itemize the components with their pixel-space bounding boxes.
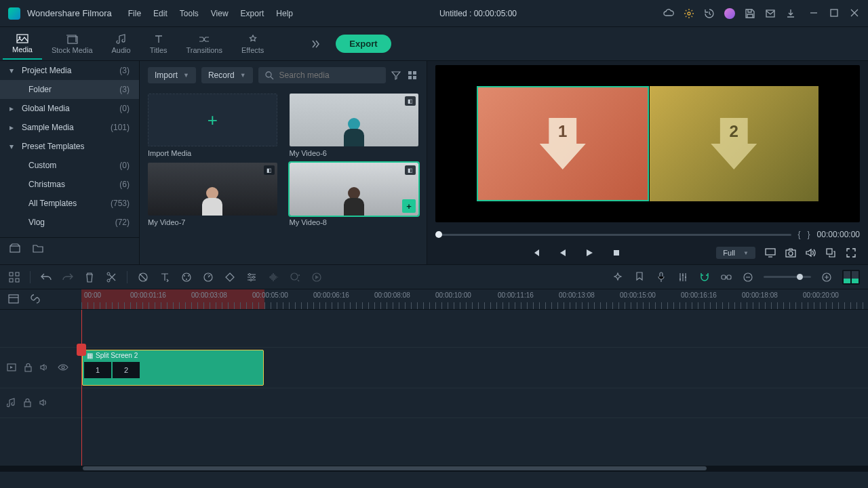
import-media-tile[interactable]: + Import Media <box>148 94 277 157</box>
audio-waveform-icon[interactable] <box>267 271 279 283</box>
history-icon[interactable] <box>704 8 715 19</box>
zoom-slider[interactable] <box>764 276 811 278</box>
crop-icon[interactable] <box>137 271 149 283</box>
record-dropdown[interactable]: Record▼ <box>201 67 253 83</box>
split-drop-zone-2[interactable]: 2 <box>650 86 819 201</box>
timeline-tracks[interactable]: ▦Split Screen 2 1 2 <box>0 310 868 466</box>
sidebar-item-christmas[interactable]: Christmas(6) <box>0 175 139 194</box>
media-clip-video7[interactable]: ◧ My Video-7 <box>148 163 277 226</box>
snapshot-icon[interactable] <box>785 248 796 258</box>
voiceover-icon[interactable] <box>655 271 667 283</box>
track-play-icon[interactable] <box>7 363 16 371</box>
track-music-icon[interactable] <box>7 398 16 407</box>
timeline-options-icon[interactable] <box>8 294 19 304</box>
sidebar-item-all-templates[interactable]: All Templates(753) <box>0 194 139 213</box>
volume-icon[interactable] <box>806 248 816 258</box>
track-mute-icon[interactable] <box>39 399 49 407</box>
auto-ripple-icon[interactable] <box>612 271 624 283</box>
cloud-icon[interactable] <box>663 8 674 19</box>
minimize-button[interactable] <box>810 9 819 18</box>
svg-point-45 <box>62 366 64 369</box>
sidebar-item-sample-media[interactable]: ▸Sample Media(101) <box>0 118 139 137</box>
tab-media[interactable]: Media <box>3 28 42 60</box>
redo-button[interactable] <box>62 271 74 283</box>
sidebar-item-project-media[interactable]: ▾Project Media(3) <box>0 61 139 80</box>
sidebar-item-folder[interactable]: Folder(3) <box>0 80 139 99</box>
text-icon[interactable] <box>159 271 171 283</box>
split-drop-zone-1[interactable]: 1 <box>477 86 649 201</box>
menu-file[interactable]: File <box>128 9 141 18</box>
account-avatar-icon[interactable] <box>724 8 735 19</box>
marker-icon[interactable] <box>633 271 646 283</box>
timeline-ruler[interactable]: 00:00 00:00:01:16 00:00:03:08 00:00:05:0… <box>81 289 868 309</box>
preview-quality-dropdown[interactable]: Full▼ <box>716 247 755 259</box>
sidebar-item-vlog[interactable]: Vlog(72) <box>0 213 139 232</box>
close-button[interactable] <box>850 9 860 18</box>
tab-effects[interactable]: Effects <box>232 28 273 60</box>
maximize-button[interactable] <box>830 9 840 18</box>
playhead[interactable] <box>81 310 82 466</box>
menu-edit[interactable]: Edit <box>153 9 167 18</box>
media-clip-video8[interactable]: ◧+ My Video-8 <box>290 163 419 226</box>
display-icon[interactable] <box>765 248 776 258</box>
mark-out-button[interactable]: } <box>808 230 810 239</box>
svg-rect-35 <box>679 279 681 280</box>
search-media-input[interactable] <box>258 67 386 83</box>
bin-icon[interactable] <box>9 243 20 253</box>
sidebar-item-custom[interactable]: Custom(0) <box>0 156 139 175</box>
zoom-in-button[interactable] <box>821 271 833 283</box>
play-button[interactable] <box>585 248 596 258</box>
mark-in-button[interactable]: { <box>798 230 801 239</box>
expand-tabs-icon[interactable] <box>310 39 321 49</box>
save-icon[interactable] <box>745 8 755 19</box>
filter-icon[interactable] <box>391 70 402 80</box>
link-icon[interactable] <box>720 271 732 283</box>
speed-icon[interactable] <box>202 271 214 283</box>
track-lock-icon[interactable] <box>24 398 31 407</box>
add-to-timeline-button[interactable]: + <box>402 199 416 213</box>
delete-button[interactable] <box>83 271 96 283</box>
mail-icon[interactable] <box>765 8 776 19</box>
layout-icon[interactable] <box>8 271 20 283</box>
track-lock-icon[interactable] <box>24 363 32 372</box>
undo-button[interactable] <box>40 271 52 283</box>
adjust-icon[interactable] <box>245 271 258 283</box>
split-button[interactable] <box>105 271 117 283</box>
keyframe-icon[interactable] <box>224 271 236 283</box>
timeline-clip-splitscreen[interactable]: ▦Split Screen 2 1 2 <box>82 350 264 386</box>
menu-help[interactable]: Help <box>276 9 293 18</box>
sidebar-item-global-media[interactable]: ▸Global Media(0) <box>0 99 139 118</box>
menu-tools[interactable]: Tools <box>180 9 199 18</box>
render-icon[interactable] <box>311 271 323 283</box>
mixer-icon[interactable] <box>677 271 689 283</box>
stop-button[interactable] <box>612 249 623 257</box>
auto-ripple-toggle-icon[interactable] <box>30 293 41 304</box>
zoom-out-button[interactable] <box>742 271 754 283</box>
new-folder-icon[interactable] <box>33 243 43 253</box>
grid-view-icon[interactable] <box>408 70 418 80</box>
prev-frame-button[interactable] <box>531 248 542 258</box>
download-icon[interactable] <box>785 8 796 19</box>
fullscreen-icon[interactable] <box>846 248 857 258</box>
color-icon[interactable] <box>180 271 193 283</box>
preview-canvas[interactable]: 1 2 <box>477 68 818 219</box>
export-button[interactable]: Export <box>336 35 391 53</box>
sidebar-item-preset-templates[interactable]: ▾Preset Templates <box>0 137 139 156</box>
detach-icon[interactable] <box>826 248 837 258</box>
play-backward-button[interactable] <box>558 248 569 258</box>
tab-audio[interactable]: Audio <box>102 28 140 60</box>
magnet-snap-icon[interactable] <box>698 271 711 283</box>
menu-export[interactable]: Export <box>241 9 264 18</box>
import-dropdown[interactable]: Import▼ <box>148 67 196 83</box>
media-clip-video6[interactable]: ◧ My Video-6 <box>290 94 419 157</box>
tab-stock-media[interactable]: Stock Media <box>42 28 102 60</box>
track-visibility-icon[interactable] <box>58 364 68 371</box>
timeline-horizontal-scrollbar[interactable] <box>0 466 868 472</box>
tab-titles[interactable]: Titles <box>140 28 177 60</box>
track-mute-icon[interactable] <box>40 363 50 371</box>
preview-scrubber[interactable] <box>435 234 791 236</box>
marker-add-icon[interactable] <box>289 271 301 283</box>
settings-gear-icon[interactable] <box>684 8 694 19</box>
menu-view[interactable]: View <box>211 9 229 18</box>
tab-transitions[interactable]: Transitions <box>177 28 232 60</box>
